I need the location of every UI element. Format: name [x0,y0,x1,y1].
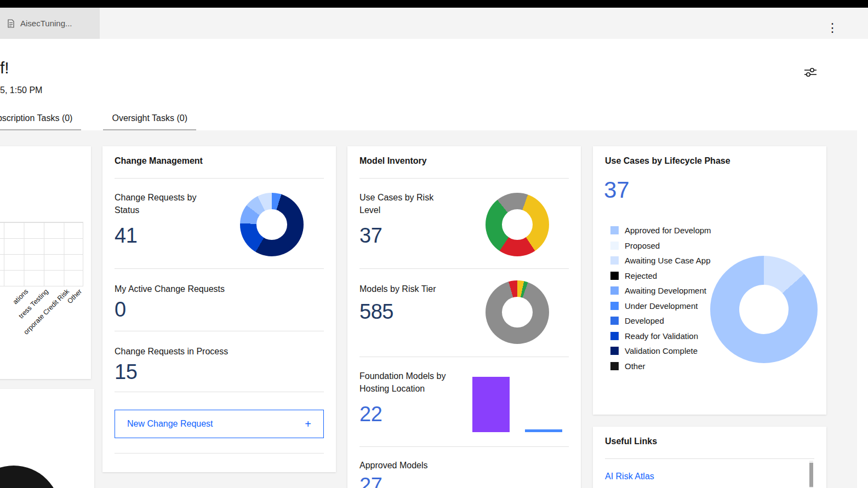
card-title: Change Management [115,156,203,166]
divider [115,268,324,269]
legend-label: Proposed [625,241,660,250]
browser-tab-title: AisecTuning... [20,19,72,28]
legend-label: Under Development [625,301,698,311]
useful-links-list: AI Risk Atlas [605,472,654,488]
legend-item[interactable]: Awaiting Development [610,283,711,298]
task-tabs: ubscription Tasks (0) Oversight Tasks (0… [0,113,218,130]
legend-label: Rejected [625,271,657,280]
new-change-request-label: New Change Request [127,419,213,429]
legend-swatch [610,256,619,265]
left-chart-card: ationstress Testingorporate Credit RiskO… [0,146,91,379]
legend-item[interactable]: Approved for Developm [610,223,711,238]
settings-adjust-icon[interactable] [801,64,820,82]
legend-swatch [610,347,619,355]
lifecycle-phase-card: Use Cases by Lifecycle Phase 37 Approved… [593,146,826,415]
kebab-menu-icon[interactable]: ⋮ [826,22,838,34]
divider [115,392,324,392]
legend-label: Developed [625,316,664,325]
use-cases-by-risk-level-donut[interactable] [486,193,549,256]
metric-label: Models by Risk Tier [359,283,436,295]
legend-swatch [610,242,619,250]
legend-item[interactable]: Developed [610,313,711,329]
metric-label: My Active Change Requests [115,283,225,295]
metric-label: Change Requests by Status [115,191,210,216]
browser-tab[interactable]: AisecTuning... [0,8,100,39]
legend-swatch [610,302,619,310]
divider [359,178,569,179]
divider [115,178,324,179]
browser-top-bar [0,0,868,8]
legend-label: Validation Complete [625,346,698,355]
metric-value[interactable]: 22 [359,403,382,426]
divider [359,446,569,447]
legend-swatch [610,362,619,370]
legend-swatch [610,317,619,325]
legend-swatch [610,332,619,340]
metric-value[interactable]: 0 [115,298,126,321]
change-management-card: Change Management Change Requests by Sta… [102,146,336,472]
divider [115,331,324,331]
divider [115,453,324,453]
bar-segment[interactable] [525,429,562,432]
plus-icon: + [305,418,311,430]
tab-oversight-tasks[interactable]: Oversight Tasks (0) [103,113,196,130]
card-scrollbar-thumb[interactable] [809,463,813,487]
change-requests-by-status-donut[interactable] [240,193,304,256]
card-title: Useful Links [605,437,657,446]
legend-label: Approved for Developm [625,226,711,235]
timestamp: 5, 1:50 PM [0,85,42,95]
page-scrollbar-track[interactable] [857,130,868,488]
card-title: Model Inventory [359,156,427,166]
divider [359,268,569,269]
divider [359,357,569,357]
legend-label: Ready for Validation [625,331,698,341]
legend-item[interactable]: Rejected [610,268,711,284]
tab-subscription-tasks[interactable]: ubscription Tasks (0) [0,113,81,130]
new-change-request-button[interactable]: New Change Request + [115,410,324,438]
lifecycle-legend: Approved for DevelopmProposedAwaiting Us… [610,223,711,374]
legend-label: Awaiting Use Case App [625,256,710,265]
legend-swatch [610,226,619,234]
metric-value[interactable]: 27 [359,474,382,488]
metric-value[interactable]: 41 [115,224,137,248]
metric-label: Use Cases by Risk Level [359,191,447,216]
legend-swatch [610,286,619,295]
models-by-risk-tier-donut[interactable] [486,280,549,344]
useful-link[interactable]: AI Risk Atlas [605,472,654,481]
document-icon [7,19,15,28]
legend-item[interactable]: Under Development [610,298,711,314]
metric-label: Foundation Models by Hosting Location [359,370,453,395]
legend-item[interactable]: Awaiting Use Case App [610,253,711,268]
left-donut-card [0,389,94,488]
foundation-models-bar-chart[interactable] [472,377,567,432]
metric-label: Change Requests in Process [115,345,228,358]
legend-item[interactable]: Validation Complete [610,343,711,359]
axis-label: ations [11,288,29,306]
app-header: f! 5, 1:50 PM ubscription Tasks (0) Over… [0,39,868,130]
lifecycle-phase-donut[interactable] [710,256,818,363]
greeting-text: f! [0,59,9,77]
lifecycle-total[interactable]: 37 [604,177,630,203]
bar-segment[interactable] [472,377,510,432]
metric-label: Approved Models [359,459,428,472]
metric-value[interactable]: 37 [359,224,382,248]
metric-value[interactable]: 15 [115,360,137,384]
legend-item[interactable]: Ready for Validation [610,329,711,344]
legend-item[interactable]: Proposed [610,238,711,254]
chart-grid [0,222,83,286]
legend-item[interactable]: Other [610,359,711,374]
partial-donut-chart[interactable] [0,466,60,488]
divider [605,458,814,459]
card-title: Use Cases by Lifecycle Phase [605,156,730,166]
metric-value[interactable]: 585 [359,300,393,324]
legend-label: Other [625,361,646,371]
legend-swatch [610,272,619,280]
legend-label: Awaiting Development [625,286,706,295]
browser-tab-strip: AisecTuning... [0,8,868,39]
model-inventory-card: Model Inventory Use Cases by Risk Level … [347,146,581,488]
useful-links-card: Useful Links AI Risk Atlas [593,427,826,488]
